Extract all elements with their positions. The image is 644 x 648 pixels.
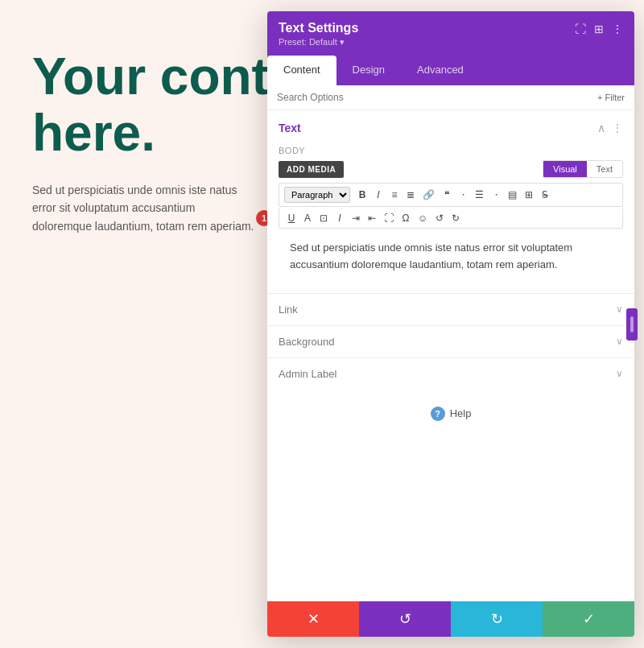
cancel-button[interactable]: ✕ xyxy=(267,601,359,637)
tab-content[interactable]: Content xyxy=(267,56,336,85)
link-button[interactable]: 🔗 xyxy=(419,188,438,202)
paste-button[interactable]: ⊡ xyxy=(316,211,331,225)
link-label: Link xyxy=(279,303,298,316)
paragraph-select[interactable]: Paragraph xyxy=(284,187,350,203)
section-title: Text xyxy=(279,122,301,134)
admin-label: Admin Label xyxy=(279,368,336,380)
editor-content[interactable]: Sed ut perspiciatis unde omnis iste natu… xyxy=(279,235,623,285)
tab-advanced[interactable]: Advanced xyxy=(401,56,480,85)
section-controls: ∧ ⋮ xyxy=(597,122,623,134)
align-left-button[interactable]: ⬝ xyxy=(456,188,470,202)
visual-toggle[interactable]: Visual xyxy=(543,161,587,177)
ul-button[interactable]: ≡ xyxy=(387,188,402,202)
editor-toolbar-top: ADD MEDIA Visual Text xyxy=(279,160,623,178)
panel-tabs: Content Design Advanced xyxy=(267,56,634,85)
fullscreen-icon[interactable]: ⛶ xyxy=(575,23,586,35)
panel-header: Text Settings Preset: Default ▾ ⛶ ⊞ ⋮ xyxy=(267,11,634,56)
more-icon[interactable]: ⋮ xyxy=(612,23,623,35)
quote-button[interactable]: ❝ xyxy=(440,188,454,202)
align-center-button[interactable]: ☰ xyxy=(472,188,487,202)
italic-button[interactable]: I xyxy=(371,188,386,202)
panel-title: Text Settings xyxy=(279,21,358,35)
emoji-button[interactable]: ☺ xyxy=(415,211,431,225)
search-bar: + Filter xyxy=(267,85,634,110)
table-button[interactable]: ⊞ xyxy=(522,188,536,202)
strikethrough-button[interactable]: S̶ xyxy=(538,188,552,202)
side-handle[interactable] xyxy=(626,308,638,341)
format-toolbar-2: U A ⊡ I ⇥ ⇤ ⛶ Ω ☺ ↺ ↻ xyxy=(279,208,623,229)
text-section-header: Text ∧ ⋮ xyxy=(267,110,634,142)
admin-label-section[interactable]: Admin Label ∨ xyxy=(267,357,634,390)
redo-footer-button[interactable]: ↻ xyxy=(451,601,543,637)
panel-body: Text ∧ ⋮ Body ADD MEDIA Visual Text Para… xyxy=(267,110,634,601)
link-section[interactable]: Link ∨ xyxy=(267,293,634,325)
panel-header-icons: ⛶ ⊞ ⋮ xyxy=(575,23,623,35)
background-section[interactable]: Background ∨ xyxy=(267,325,634,357)
body-field-group: Body ADD MEDIA Visual Text Paragraph B I… xyxy=(267,142,634,293)
help-icon: ? xyxy=(431,407,445,421)
ol-button[interactable]: ≣ xyxy=(403,188,418,202)
format-toolbar: Paragraph B I ≡ ≣ 🔗 ❝ ⬝ ☰ ⬝ ▤ ⊞ S̶ xyxy=(279,183,623,207)
columns-icon[interactable]: ⊞ xyxy=(594,23,604,35)
bold-button[interactable]: B xyxy=(355,188,369,202)
side-handle-grip xyxy=(630,316,634,332)
add-media-button[interactable]: ADD MEDIA xyxy=(279,161,344,178)
align-justify-button[interactable]: ▤ xyxy=(505,188,520,202)
help-section: ? Help xyxy=(267,390,634,437)
panel-preset[interactable]: Preset: Default ▾ xyxy=(279,37,358,47)
undo-button[interactable]: ↺ xyxy=(432,211,447,225)
settings-panel: Text Settings Preset: Default ▾ ⛶ ⊞ ⋮ Co… xyxy=(267,11,634,637)
text-toggle[interactable]: Text xyxy=(587,161,622,177)
search-input[interactable] xyxy=(277,92,597,103)
save-button[interactable]: ✓ xyxy=(543,601,634,637)
admin-chevron-icon: ∨ xyxy=(616,368,623,379)
help-link[interactable]: ? Help xyxy=(431,407,472,421)
panel-footer: ✕ ↺ ↻ ✓ xyxy=(267,601,634,637)
background-label: Background xyxy=(279,336,334,348)
italic2-button[interactable]: I xyxy=(332,211,347,225)
underline-button[interactable]: U xyxy=(284,211,299,225)
outdent-button[interactable]: ⇤ xyxy=(365,211,379,225)
visual-text-toggle: Visual Text xyxy=(543,160,623,178)
filter-button[interactable]: + Filter xyxy=(597,93,625,102)
indent-button[interactable]: ⇥ xyxy=(349,211,363,225)
special-char-button[interactable]: Ω xyxy=(398,211,413,225)
link-chevron-icon: ∨ xyxy=(616,303,623,315)
page-body: Sed ut perspiciatis unde omnis iste natu… xyxy=(32,181,258,235)
redo-button[interactable]: ↻ xyxy=(448,211,463,225)
section-more-icon[interactable]: ⋮ xyxy=(612,122,623,134)
text-color-button[interactable]: A xyxy=(300,211,315,225)
fullscreen-editor-button[interactable]: ⛶ xyxy=(381,211,397,225)
help-label: Help xyxy=(450,407,472,419)
tab-design[interactable]: Design xyxy=(336,56,401,85)
body-label: Body xyxy=(279,146,623,155)
align-right-button[interactable]: ⬝ xyxy=(489,188,503,202)
undo-footer-button[interactable]: ↺ xyxy=(359,601,451,637)
collapse-icon[interactable]: ∧ xyxy=(597,122,605,134)
background-chevron-icon: ∨ xyxy=(616,336,623,347)
